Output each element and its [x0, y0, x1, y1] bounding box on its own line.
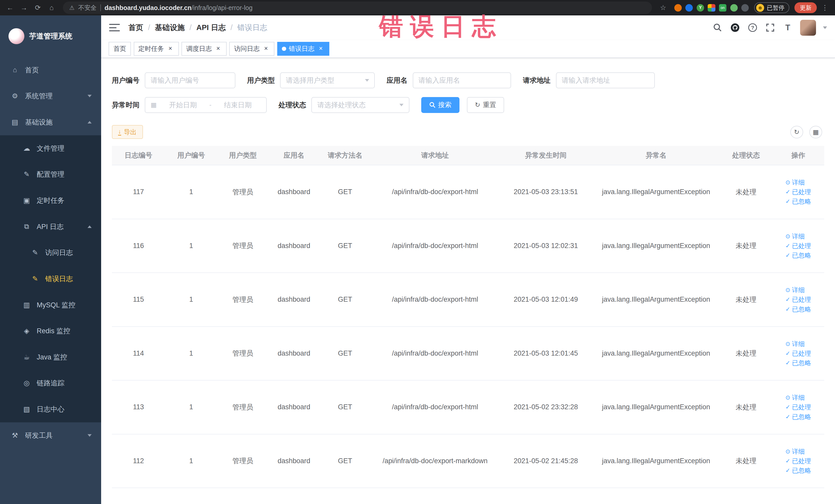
sidebar-item-3[interactable]: ☁文件管理: [0, 135, 101, 161]
back-icon[interactable]: ←: [4, 2, 16, 14]
url-text: dashboard.yudao.iocoder.cn/infra/log/api…: [104, 4, 252, 12]
processed-link[interactable]: ✓已处理: [786, 188, 811, 196]
sidebar-item-8[interactable]: ✎错误日志: [0, 266, 101, 292]
ignore-link[interactable]: ✓已忽略: [786, 305, 811, 314]
tab-4[interactable]: 错误日志×: [277, 42, 329, 56]
font-size-icon[interactable]: T: [782, 22, 793, 33]
processed-link[interactable]: ✓已处理: [786, 242, 811, 250]
processed-link[interactable]: ✓已处理: [786, 403, 811, 411]
browser-profile-chip[interactable]: ☻ 已暂停: [754, 2, 789, 13]
breadcrumb-item[interactable]: API 日志: [196, 23, 226, 33]
cell-url: /api/infra/db-doc/export-html: [371, 219, 500, 273]
breadcrumb-item[interactable]: 首页: [128, 23, 143, 33]
cell-user-type: 管理员: [217, 165, 268, 219]
column-header: 操作: [772, 146, 824, 165]
processed-link[interactable]: ✓已处理: [786, 457, 811, 465]
address-bar[interactable]: ⚠ 不安全 dashboard.yudao.iocoder.cn/infra/l…: [63, 2, 652, 14]
home-icon[interactable]: ⌂: [46, 2, 58, 14]
cell-user-type: 管理员: [217, 219, 268, 273]
refresh-table-button[interactable]: ↻: [790, 126, 803, 139]
divider: [100, 4, 101, 11]
extension-record-icon[interactable]: [674, 4, 682, 12]
sidebar-item-1[interactable]: ⚙系统管理: [0, 83, 101, 109]
tab-label: 访问日志: [234, 44, 260, 53]
filter-exception-time: 异常时间 ▦ 开始日期 - 结束日期: [112, 97, 267, 113]
sidebar-item-2[interactable]: ▤基础设施: [0, 109, 101, 135]
forward-icon[interactable]: →: [18, 2, 30, 14]
tab-1[interactable]: 定时任务×: [134, 42, 179, 56]
sidebar-item-4[interactable]: ✎配置管理: [0, 161, 101, 188]
app-name-input[interactable]: 请输入应用名: [413, 73, 511, 88]
cell-time: 2021-05-03 12:01:49: [500, 273, 592, 327]
tab-close-icon[interactable]: ×: [317, 45, 324, 53]
user-avatar[interactable]: [800, 20, 816, 36]
processed-link[interactable]: ✓已处理: [786, 295, 811, 304]
cell-actions: ⊙详细✓已处理✓已忽略: [772, 273, 824, 327]
date-range-input[interactable]: ▦ 开始日期 - 结束日期: [145, 97, 267, 113]
tab-close-icon[interactable]: ×: [214, 45, 222, 53]
breadcrumb-item[interactable]: 基础设施: [155, 23, 185, 33]
detail-link[interactable]: ⊙详细: [786, 178, 805, 187]
sidebar-item-7[interactable]: ✎访问日志: [0, 240, 101, 266]
bookmark-star-icon[interactable]: ☆: [657, 2, 669, 14]
chevron-up-icon: [87, 121, 91, 123]
sidebar-item-14[interactable]: ⚒研发工具: [0, 422, 101, 448]
sidebar-item-label: 研发工具: [25, 431, 53, 440]
app-logo[interactable]: 芋道管理系统: [0, 15, 101, 57]
tab-3[interactable]: 访问日志×: [229, 42, 274, 56]
cell-log-id: 112: [112, 434, 165, 488]
tab-0[interactable]: 首页: [108, 42, 131, 56]
tab-close-icon[interactable]: ×: [167, 45, 174, 53]
extension-leaf-icon[interactable]: [730, 4, 738, 12]
sidebar-item-11[interactable]: ☕Java 监控: [0, 344, 101, 370]
chevron-down-icon[interactable]: [823, 26, 827, 29]
extension-on-badge-icon[interactable]: [719, 4, 727, 12]
extension-y-icon[interactable]: Y: [697, 4, 704, 12]
sidebar-item-10[interactable]: ◈Redis 监控: [0, 318, 101, 344]
sidebar-item-5[interactable]: ▣定时任务: [0, 187, 101, 214]
export-button[interactable]: ↓ 导出: [112, 125, 143, 139]
ignore-link[interactable]: ✓已忽略: [786, 251, 811, 260]
extension-drop-icon[interactable]: [685, 4, 693, 12]
sidebar-item-12[interactable]: ◎链路追踪: [0, 370, 101, 397]
trace-icon: ◎: [21, 379, 32, 387]
ignore-link[interactable]: ✓已忽略: [786, 359, 811, 367]
detail-link[interactable]: ⊙详细: [786, 394, 805, 402]
reset-button[interactable]: ↻ 重置: [467, 97, 504, 113]
sidebar-item-0[interactable]: ⌂首页: [0, 57, 101, 83]
processed-link[interactable]: ✓已处理: [786, 349, 811, 358]
fullscreen-icon[interactable]: [765, 22, 775, 33]
filter-app-name: 应用名 请输入应用名: [387, 73, 511, 88]
detail-link[interactable]: ⊙详细: [786, 232, 805, 241]
ignore-link[interactable]: ✓已忽略: [786, 412, 811, 421]
filter-row-1: 用户编号 请输入用户编号 用户类型 请选择用户类型 应用名 请输入应用名 请求地…: [112, 73, 824, 88]
browser-menu-icon[interactable]: ⋮: [819, 2, 831, 14]
ignore-link[interactable]: ✓已忽略: [786, 197, 811, 206]
search-button[interactable]: 搜索: [421, 97, 460, 113]
sidebar-item-9[interactable]: ▥MySQL 监控: [0, 292, 101, 318]
reload-icon[interactable]: ⟳: [32, 2, 44, 14]
tab-close-icon[interactable]: ×: [262, 45, 270, 53]
user-type-select[interactable]: 请选择用户类型: [280, 73, 375, 88]
github-icon[interactable]: [730, 22, 740, 33]
detail-link[interactable]: ⊙详细: [786, 340, 805, 348]
refresh-icon: ↻: [475, 102, 480, 108]
help-icon[interactable]: ?: [747, 22, 758, 33]
user-id-input[interactable]: 请输入用户编号: [145, 73, 236, 88]
request-url-input[interactable]: 请输入请求地址: [556, 73, 655, 88]
tab-2[interactable]: 调度日志×: [182, 42, 227, 56]
sidebar-item-6[interactable]: ⧉API 日志: [0, 214, 101, 240]
detail-link[interactable]: ⊙详细: [786, 286, 805, 294]
process-status-select[interactable]: 请选择处理状态: [311, 97, 409, 113]
update-button[interactable]: 更新: [794, 2, 817, 13]
column-settings-button[interactable]: ▦: [809, 126, 822, 139]
extension-paw-icon[interactable]: [741, 4, 749, 12]
sidebar-toggle-icon[interactable]: [109, 24, 120, 31]
ignore-link[interactable]: ✓已忽略: [786, 466, 811, 475]
sidebar: 芋道管理系统 ⌂首页⚙系统管理▤基础设施☁文件管理✎配置管理▣定时任务⧉API …: [0, 15, 101, 504]
sidebar-item-13[interactable]: ▧日志中心: [0, 396, 101, 422]
tools-icon: ⚒: [9, 431, 20, 440]
extension-grid-icon[interactable]: [708, 4, 715, 12]
search-icon[interactable]: [712, 22, 722, 33]
detail-link[interactable]: ⊙详细: [786, 447, 805, 456]
